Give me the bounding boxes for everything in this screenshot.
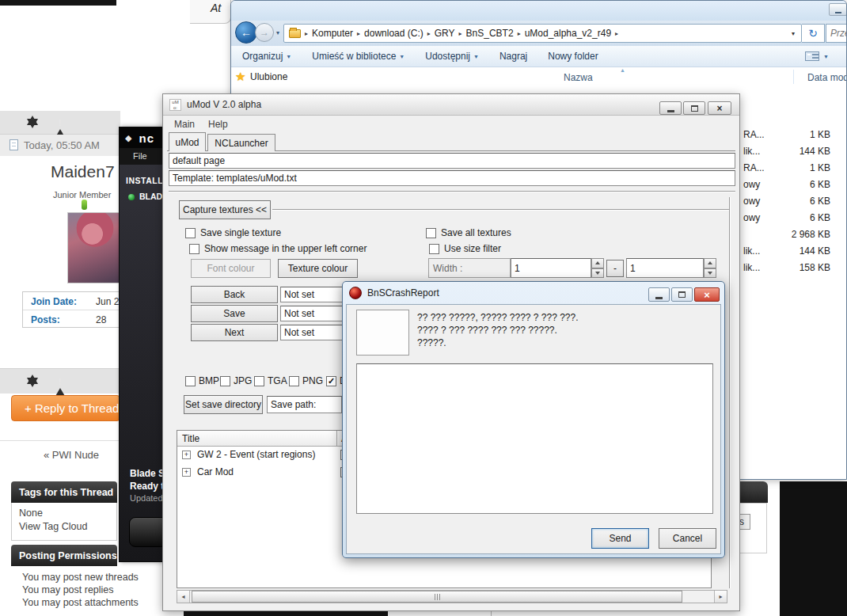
horizontal-scrollbar[interactable]: ◂ ▸ [177,590,727,603]
menu-help[interactable]: Help [208,119,228,130]
column-header-modified[interactable]: Data modyfikacji [807,72,847,83]
save-all-textures-checkbox[interactable] [426,228,436,238]
template-field[interactable]: Template: templates/uMod.txt [169,170,735,186]
format-png-checkbox[interactable] [289,376,299,386]
game-item-label[interactable]: BLAD [139,192,162,201]
view-mode-button[interactable]: ▼ [805,51,829,61]
file-size: 6 KB [761,210,830,226]
scroll-right-button[interactable]: ▸ [714,591,727,603]
column-separator[interactable] [793,70,794,84]
refresh-button[interactable]: ↻ [802,24,825,43]
nav-history-dropdown-icon[interactable]: ▾ [276,29,279,36]
explorer-titlebar[interactable] [231,1,847,21]
minimize-button[interactable] [648,287,670,302]
expand-icon[interactable]: + [182,451,191,459]
crash-details-box[interactable] [356,363,713,514]
next-button[interactable]: Next [191,324,278,341]
menu-main[interactable]: Main [174,119,195,130]
format-bmp-checkbox[interactable] [185,376,196,386]
file-row[interactable]: lik... 144 KB [743,243,830,259]
breadcrumb-separator-icon[interactable]: ▸ [455,30,466,37]
file-row[interactable]: 2 968 KB [743,226,830,242]
file-type: owy [743,177,760,192]
breadcrumb-separator-icon[interactable]: ▸ [353,30,364,37]
save-button[interactable]: Save [191,305,278,322]
file-size: 6 KB [761,177,830,192]
search-box[interactable]: Prze [826,24,847,43]
save-path-field[interactable]: Save path: [267,396,342,413]
format-jpg-checkbox[interactable] [220,376,230,386]
permission-line: You may post new threads [22,572,139,583]
spin-down-icon[interactable] [591,268,604,279]
file-row[interactable]: owy 6 KB [743,177,830,192]
spin-down-icon[interactable] [704,268,716,279]
scroll-thumb[interactable] [192,591,682,603]
tab-umod[interactable]: uMod [169,132,206,151]
file-row[interactable]: owy 6 KB [743,210,830,226]
spin-up-icon[interactable] [591,258,604,268]
avatar[interactable] [67,212,123,283]
width-min-field[interactable]: 1 [511,258,591,278]
back-button[interactable]: ← [235,21,257,44]
toolbar-organize[interactable]: Organizuj▼ [242,51,291,62]
file-row[interactable]: lik... 158 KB [743,260,830,276]
file-row[interactable]: lik... 144 KB [743,143,830,159]
crash-titlebar[interactable]: BnSCrashReport × [343,282,724,304]
expand-icon[interactable]: + [182,468,191,477]
toolbar-burn[interactable]: Nagraj [499,51,527,62]
breadcrumb-item[interactable]: download (C:) [364,28,424,39]
width-max-spinner[interactable] [704,258,716,278]
breadcrumb-separator-icon[interactable]: ▸ [514,30,525,37]
format-tga-checkbox[interactable] [254,376,264,386]
cancel-button[interactable]: Cancel [659,528,716,549]
close-button[interactable]: × [708,101,731,115]
sidebar-item-favorites[interactable]: Ulubione [250,71,287,82]
use-size-filter-checkbox[interactable] [429,244,439,254]
menu-file[interactable]: File [133,151,147,161]
umod-titlebar[interactable]: uMo: uMod V 2.0 alpha × [163,94,739,116]
minimize-button[interactable] [829,3,847,16]
scroll-left-button[interactable]: ◂ [177,591,190,603]
toolbar-include-in-library[interactable]: Umieść w bibliotece▼ [312,51,405,62]
reply-to-thread-button[interactable]: + Reply to Thread [11,395,120,421]
post-username[interactable]: Maiden7 [51,162,115,181]
view-tag-cloud-link[interactable]: View Tag Cloud [19,521,87,532]
width-max-field[interactable]: 1 [626,258,704,278]
set-save-directory-button[interactable]: Set save directory [184,395,263,414]
breadcrumb-separator-icon[interactable]: ▸ [611,30,622,37]
spin-up-icon[interactable] [704,258,716,268]
toolbar-new-folder[interactable]: Nowy folder [548,51,598,62]
file-row[interactable]: RA... 1 KB [743,160,830,176]
breadcrumb-item[interactable]: Komputer [312,28,353,39]
address-dropdown-icon[interactable]: ▾ [792,30,795,37]
file-row[interactable]: owy 6 KB [743,193,830,209]
address-bar[interactable]: ▸ Komputer ▸ download (C:) ▸ GRY ▸ BnS_C… [283,24,802,43]
tab-nclauncher[interactable]: NCLauncher [207,134,275,151]
breadcrumb-item[interactable]: GRY [435,28,455,39]
back-button[interactable]: Back [191,286,278,303]
capture-textures-button[interactable]: Capture textures << [179,200,271,219]
permissions-header: Posting Permissions [11,545,117,566]
list-header-title[interactable]: Title [177,431,337,447]
page-field[interactable]: default page [169,153,735,169]
minimize-button[interactable] [659,101,682,115]
send-button[interactable]: Send [591,528,649,549]
maximize-button[interactable] [671,287,693,302]
show-message-checkbox[interactable] [189,244,199,254]
close-button[interactable]: × [694,287,720,302]
breadcrumb-item[interactable]: BnS_CBT2 [466,28,514,39]
forward-button[interactable]: → [255,23,274,42]
breadcrumb-item[interactable]: uMod_alpha_v2_r49 [525,28,611,39]
file-row[interactable]: RA... 1 KB [743,127,830,143]
format-dds-checkbox[interactable]: ✓ [326,376,336,386]
breadcrumb-separator-icon[interactable]: ▸ [424,30,435,37]
previous-thread-link[interactable]: « PWI Nude [44,449,99,461]
font-colour-button[interactable]: Font colour [191,259,271,278]
width-min-spinner[interactable] [591,258,604,278]
column-header-name[interactable]: Nazwa [564,72,593,83]
crash-message-line: ???? ? ??? ???? ??? ??? ?????. [417,324,579,337]
toolbar-share[interactable]: Udostępnij▼ [425,51,479,62]
save-single-texture-checkbox[interactable] [185,228,196,238]
texture-colour-button[interactable]: Texture colour [278,259,358,278]
maximize-button[interactable] [683,101,705,115]
